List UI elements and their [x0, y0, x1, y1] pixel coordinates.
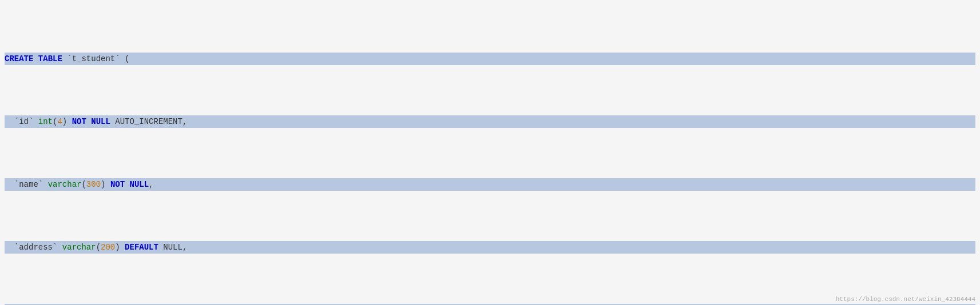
- code-container: CREATE TABLE `t_student` ( `id` int(4) N…: [0, 0, 980, 305]
- code-block: CREATE TABLE `t_student` ( `id` int(4) N…: [5, 2, 975, 305]
- line-2: `id` int(4) NOT NULL AUTO_INCREMENT,: [5, 115, 975, 128]
- watermark: https://blog.csdn.net/weixin_42384444: [836, 296, 975, 303]
- line-4: `address` varchar(200) DEFAULT NULL,: [5, 241, 975, 254]
- line-1: CREATE TABLE `t_student` (: [5, 53, 975, 65]
- line-3: `name` varchar(300) NOT NULL,: [5, 178, 975, 191]
